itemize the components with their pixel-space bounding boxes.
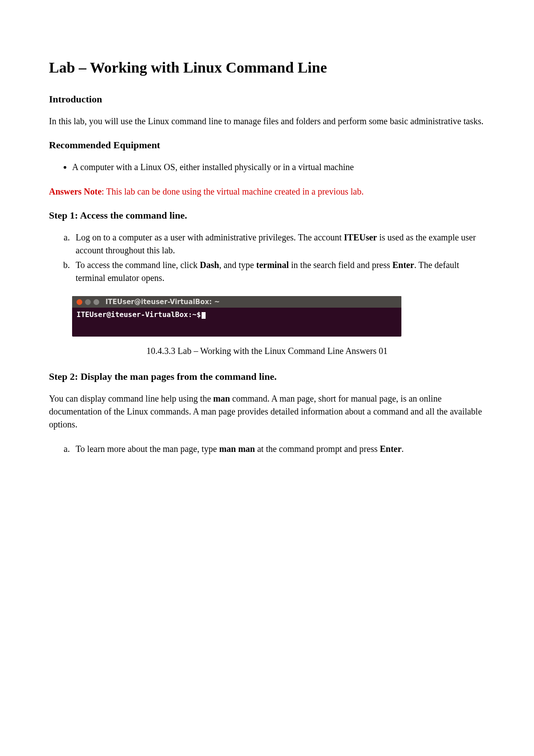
introduction-heading: Introduction [49,93,485,105]
man-bold: man [213,394,230,403]
terminal-screenshot: ITEUser@iteuser-VirtualBox: ~ ITEUser@it… [72,296,485,337]
page-title: Lab – Working with Linux Command Line [49,58,485,77]
text: in the search field and press [289,260,392,270]
enter-bold: Enter [392,260,414,270]
text: You can display command line help using … [49,394,213,403]
introduction-text: In this lab, you will use the Linux comm… [49,115,485,128]
terminal-window: ITEUser@iteuser-VirtualBox: ~ ITEUser@it… [72,296,401,337]
man-man-bold: man man [219,444,255,454]
list-item: A computer with a Linux OS, either insta… [72,161,485,174]
dash-bold: Dash [200,260,219,270]
figure-caption: 10.4.3.3 Lab – Working with the Linux Co… [49,345,485,358]
iteuser-bold: ITEUser [344,232,377,242]
text: To learn more about the man page, type [76,444,219,454]
step2-heading: Step 2: Display the man pages from the c… [49,371,485,382]
document-page: Lab – Working with Linux Command Line In… [0,0,534,494]
enter-bold: Enter [380,444,401,454]
text: , and type [219,260,256,270]
list-item: Log on to a computer as a user with admi… [72,231,485,257]
terminal-titlebar: ITEUser@iteuser-VirtualBox: ~ [72,296,401,308]
step2-list: To learn more about the man page, type m… [72,443,485,455]
equipment-list: A computer with a Linux OS, either insta… [72,161,485,174]
minimize-icon [85,299,91,305]
answers-note: Answers Note: This lab can be done using… [49,185,485,198]
terminal-title-text: ITEUser@iteuser-VirtualBox: ~ [105,298,220,306]
answers-note-label: Answers Note [49,187,101,196]
text: Log on to a computer as a user with admi… [76,232,344,242]
list-item: To access the command line, click Dash, … [72,259,485,285]
terminal-prompt: ITEUser@iteuser-VirtualBox:~$ [77,310,201,319]
terminal-body: ITEUser@iteuser-VirtualBox:~$ [72,308,401,337]
text: at the command prompt and press [255,444,380,454]
step1-heading: Step 1: Access the command line. [49,210,485,221]
terminal-bold: terminal [256,260,289,270]
step1-list: Log on to a computer as a user with admi… [72,231,485,285]
cursor-icon [202,312,206,319]
close-icon [77,299,82,305]
text: To access the command line, click [76,260,200,270]
step2-paragraph: You can display command line help using … [49,392,485,431]
list-item: To learn more about the man page, type m… [72,443,485,455]
answers-note-text: : This lab can be done using the virtual… [101,187,364,196]
maximize-icon [93,299,99,305]
equipment-heading: Recommended Equipment [49,139,485,151]
text: . [401,444,404,454]
